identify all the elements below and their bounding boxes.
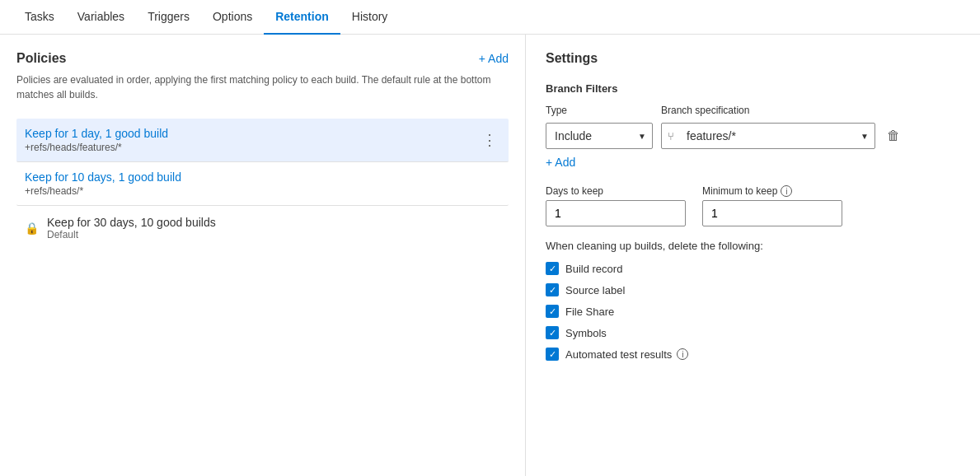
symbols-checkbox[interactable]: ✓ <box>546 326 559 339</box>
policy-item-2[interactable]: Keep for 10 days, 1 good build +refs/hea… <box>16 162 509 206</box>
build-record-checkbox[interactable]: ✓ <box>546 262 559 275</box>
check-icon: ✓ <box>549 349 556 360</box>
policy-item-1[interactable]: Keep for 1 day, 1 good build +refs/heads… <box>16 119 509 162</box>
panel-description: Policies are evaluated in order, applyin… <box>16 72 509 102</box>
source-label-checkbox[interactable]: ✓ <box>546 283 559 296</box>
default-policy-text: Keep for 30 days, 10 good builds Default <box>47 216 216 240</box>
policy-2-sub: +refs/heads/* <box>25 185 500 197</box>
left-panel: Policies + Add Policies are evaluated in… <box>0 35 526 476</box>
checkbox-symbols: ✓ Symbols <box>546 326 960 339</box>
fields-row: Days to keep Minimum to keep i <box>546 185 960 226</box>
type-label: Type <box>546 105 653 116</box>
default-policy-item[interactable]: 🔒 Keep for 30 days, 10 good builds Defau… <box>16 206 509 250</box>
filter-row: Type Include Exclude ▼ Branch specificat… <box>546 105 960 149</box>
right-panel: Settings Branch Filters Type Include Exc… <box>526 35 980 476</box>
default-policy-label: Default <box>47 229 216 240</box>
file-share-checkbox[interactable]: ✓ <box>546 305 559 318</box>
min-to-keep-group: Minimum to keep i <box>702 185 842 226</box>
nav-triggers[interactable]: Triggers <box>136 1 201 35</box>
default-policy-title: Keep for 30 days, 10 good builds <box>47 216 216 229</box>
build-record-label: Build record <box>565 263 622 275</box>
checkbox-source-label: ✓ Source label <box>546 283 960 296</box>
nav-variables[interactable]: Variables <box>66 1 136 35</box>
type-select-wrapper: Include Exclude ▼ <box>546 123 653 149</box>
branch-filters-title: Branch Filters <box>546 82 960 95</box>
policy-2-title: Keep for 10 days, 1 good build <box>25 170 500 184</box>
top-navigation: Tasks Variables Triggers Options Retenti… <box>0 0 980 35</box>
branch-spec-form-group: Branch specification ⑂ ▼ 🗑 <box>661 105 903 149</box>
nav-retention[interactable]: Retention <box>264 1 340 35</box>
automated-test-label: Automated test results i <box>565 348 688 361</box>
delete-filter-button[interactable]: 🗑 <box>884 125 903 147</box>
panel-title: Policies <box>16 51 66 66</box>
branch-filters-section: Branch Filters Type Include Exclude ▼ <box>546 82 960 169</box>
symbols-label: Symbols <box>565 327 607 339</box>
cleanup-section: When cleaning up builds, delete the foll… <box>546 240 960 361</box>
main-layout: Policies + Add Policies are evaluated in… <box>0 35 980 476</box>
add-filter-button[interactable]: + Add <box>546 156 575 169</box>
branch-spec-wrapper: ⑂ ▼ <box>661 123 875 149</box>
nav-tasks[interactable]: Tasks <box>13 1 66 35</box>
branch-spec-input[interactable] <box>661 123 875 149</box>
lock-icon: 🔒 <box>25 222 39 235</box>
automated-test-info-icon[interactable]: i <box>677 348 688 360</box>
min-to-keep-info-icon[interactable]: i <box>781 185 792 197</box>
nav-options[interactable]: Options <box>201 1 264 35</box>
file-share-label: File Share <box>565 306 614 318</box>
policy-1-sub: +refs/heads/features/* <box>25 142 500 153</box>
check-icon: ✓ <box>549 264 556 274</box>
branch-icon: ⑂ <box>668 130 674 142</box>
policy-1-menu-button[interactable]: ⋮ <box>479 129 500 151</box>
branch-spec-label: Branch specification <box>661 105 903 116</box>
check-icon: ✓ <box>549 285 556 296</box>
checkbox-automated-test: ✓ Automated test results i <box>546 348 960 361</box>
checkbox-file-share: ✓ File Share <box>546 305 960 318</box>
days-to-keep-group: Days to keep <box>546 185 686 226</box>
settings-title: Settings <box>546 51 960 66</box>
min-to-keep-input[interactable] <box>702 200 842 226</box>
policy-1-title: Keep for 1 day, 1 good build <box>25 127 500 140</box>
checkbox-build-record: ✓ Build record <box>546 262 960 275</box>
nav-history[interactable]: History <box>340 1 400 35</box>
panel-header: Policies + Add <box>16 51 509 66</box>
days-to-keep-input[interactable] <box>546 200 686 226</box>
days-to-keep-label: Days to keep <box>546 185 686 197</box>
check-icon: ✓ <box>549 306 556 317</box>
type-select[interactable]: Include Exclude <box>546 123 653 149</box>
cleanup-label: When cleaning up builds, delete the foll… <box>546 240 960 252</box>
automated-test-checkbox[interactable]: ✓ <box>546 348 559 361</box>
check-icon: ✓ <box>549 328 556 338</box>
branch-spec-dropdown-icon: ▼ <box>860 132 869 141</box>
source-label-label: Source label <box>565 284 625 296</box>
add-policy-button[interactable]: + Add <box>479 52 509 65</box>
min-to-keep-label: Minimum to keep i <box>702 185 842 197</box>
type-form-group: Type Include Exclude ▼ <box>546 105 653 149</box>
